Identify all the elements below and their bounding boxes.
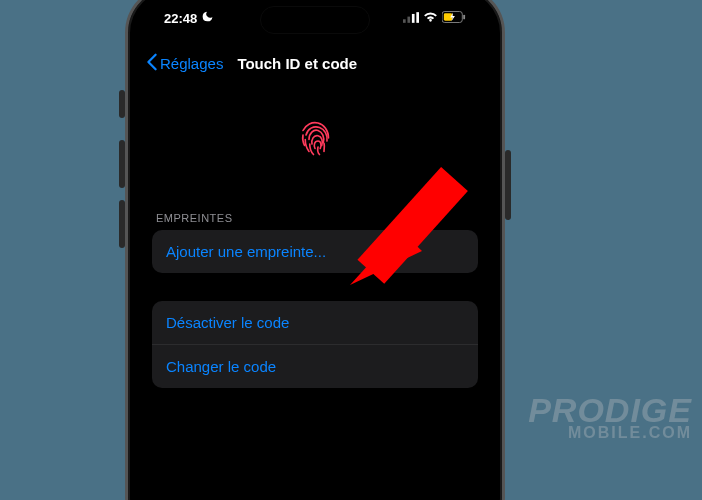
svg-rect-6 <box>463 14 465 19</box>
passcode-group: Désactiver le code Changer le code <box>152 301 478 388</box>
phone-power-button <box>505 150 511 220</box>
phone-frame: 22:48 Ré <box>125 0 505 500</box>
change-code-button[interactable]: Changer le code <box>152 345 478 388</box>
disable-code-button[interactable]: Désactiver le code <box>152 301 478 345</box>
back-button[interactable]: Réglages <box>146 53 223 74</box>
chevron-left-icon <box>146 53 158 74</box>
fingerprints-group: Ajouter une empreinte... <box>152 230 478 273</box>
moon-icon <box>201 10 214 26</box>
phone-screen: 22:48 Ré <box>140 0 490 500</box>
dynamic-island <box>260 6 370 34</box>
section-header-fingerprints: EMPREINTES <box>140 212 490 230</box>
svg-rect-3 <box>416 12 419 23</box>
status-time: 22:48 <box>164 11 197 26</box>
watermark-line1: PRODIGE <box>528 395 692 426</box>
svg-rect-0 <box>403 19 406 23</box>
wifi-icon <box>423 11 438 26</box>
navigation-bar: Réglages Touch ID et code <box>140 42 490 84</box>
page-title: Touch ID et code <box>237 55 357 72</box>
watermark: PRODIGE MOBILE.COM <box>528 395 692 440</box>
watermark-line2: MOBILE.COM <box>528 426 692 440</box>
fingerprint-icon <box>291 114 339 166</box>
fingerprint-hero <box>140 86 490 212</box>
cellular-icon <box>403 11 419 26</box>
svg-rect-1 <box>407 16 410 22</box>
svg-rect-2 <box>412 13 415 22</box>
back-label: Réglages <box>160 55 223 72</box>
add-fingerprint-button[interactable]: Ajouter une empreinte... <box>152 230 478 273</box>
battery-icon <box>442 11 466 26</box>
